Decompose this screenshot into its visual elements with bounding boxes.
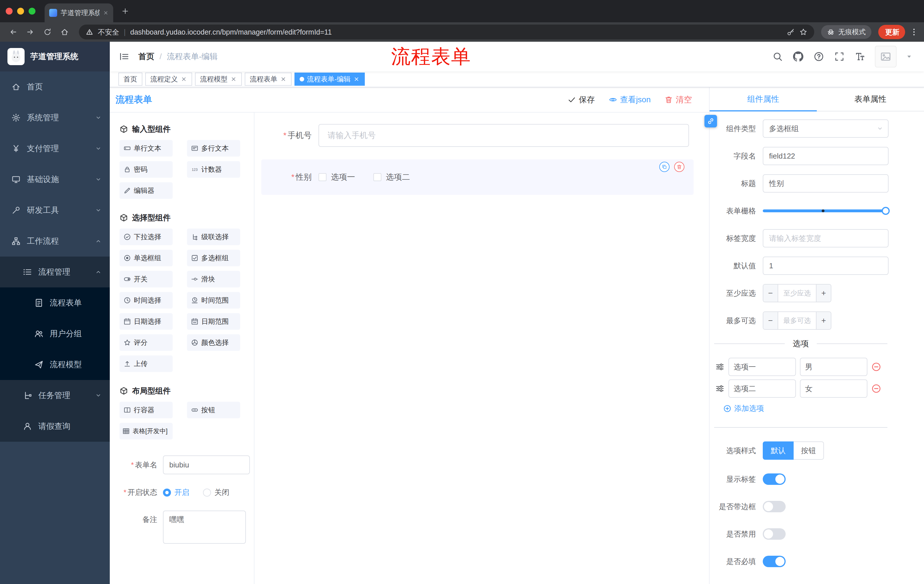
remove-option-button[interactable] [871,384,881,393]
component-multi-line-text[interactable]: 多行文本 [187,140,240,156]
search-button[interactable] [772,51,783,62]
component-counter[interactable]: 计数器 [187,161,240,178]
component-type-select[interactable]: 多选框组 [763,119,889,138]
default-value-input[interactable] [763,257,889,275]
tag-process-form[interactable]: 流程表单 [245,72,292,86]
slider-track[interactable] [763,209,889,212]
option1-label-input[interactable] [728,358,796,376]
component-rate[interactable]: 评分 [119,334,173,351]
increase-button[interactable]: + [816,285,831,302]
sidebar-item-system[interactable]: 系统管理 [0,102,110,133]
duplicate-field-button[interactable] [659,162,670,172]
browser-home-button[interactable] [57,25,72,39]
view-json-button[interactable]: 查看json [609,94,651,105]
save-button[interactable]: 保存 [568,94,595,105]
sidebar-item-infrastructure[interactable]: 基础设施 [0,164,110,195]
avatar-caret-icon[interactable] [906,53,912,60]
window-close-button[interactable] [6,8,13,15]
label-width-input[interactable] [763,229,889,247]
breadcrumb-home[interactable]: 首页 [139,51,154,62]
min-count-placeholder[interactable]: 至少应选 [778,285,816,302]
sidebar-item-payment[interactable]: 支付管理 [0,133,110,164]
form-name-input[interactable] [163,456,250,474]
component-single-line-text[interactable]: 单行文本 [119,140,173,156]
bookmark-star-icon[interactable] [799,28,807,36]
tab-component-props[interactable]: 组件属性 [710,87,817,111]
component-select[interactable]: 下拉选择 [119,229,173,245]
component-switch[interactable]: 开关 [119,271,173,288]
app-logo[interactable]: 芋道管理系统 [0,42,110,71]
browser-menu-icon[interactable] [910,28,918,36]
phone-input[interactable] [318,124,689,147]
component-time-picker[interactable]: 时间选择 [119,292,173,309]
component-password[interactable]: 密码 [119,161,173,178]
component-upload[interactable]: 上传 [119,355,173,372]
component-time-range[interactable]: 时间范围 [187,292,240,309]
gender-checkbox-option2[interactable]: 选项二 [373,172,410,183]
max-count-placeholder[interactable]: 最多可选 [778,312,816,329]
form-canvas[interactable]: *手机号 *性别 选项一 选项二 [254,113,709,584]
sidebar-toggle-button[interactable] [110,42,139,71]
tab-close-icon[interactable] [103,10,109,16]
sidebar-item-home[interactable]: 首页 [0,71,110,102]
window-minimize-button[interactable] [17,8,24,15]
gender-checkbox-option1[interactable]: 选项一 [318,172,355,183]
field-name-input[interactable] [763,147,889,165]
sidebar-item-leave-query[interactable]: 请假查询 [0,411,110,442]
component-cascader[interactable]: 级联选择 [187,229,240,245]
address-bar[interactable]: 不安全 | dashboard.yudao.iocoder.cn/bpm/man… [79,25,814,39]
user-avatar[interactable] [875,46,896,67]
remove-option-button[interactable] [871,362,881,372]
window-zoom-button[interactable] [29,8,35,15]
new-tab-button[interactable] [118,4,133,18]
component-table-wip[interactable]: 表格[开发中] [119,423,173,439]
required-switch[interactable] [763,556,785,567]
form-remark-textarea[interactable]: 嘿嘿 [163,511,246,544]
sidebar-item-workflow[interactable]: 工作流程 [0,226,110,257]
title-input[interactable] [763,174,889,192]
show-label-switch[interactable] [763,474,785,485]
tag-close-icon[interactable] [231,76,237,82]
tag-process-model[interactable]: 流程模型 [195,72,242,86]
component-slider[interactable]: 滑块 [187,271,240,288]
security-label[interactable]: 不安全 [98,28,119,37]
disabled-switch[interactable] [763,528,785,540]
clear-button[interactable]: 清空 [664,94,692,105]
border-switch[interactable] [763,501,785,512]
password-key-icon[interactable] [787,28,795,36]
grid-slider[interactable] [763,202,889,220]
component-color-picker[interactable]: 颜色选择 [187,334,240,351]
canvas-field-gender[interactable]: *性别 选项一 选项二 [261,160,693,195]
browser-tab[interactable]: 芋道管理系统 [45,3,113,22]
page-url[interactable]: dashboard.yudao.iocoder.cn/bpm/manager/f… [130,28,782,36]
browser-update-button[interactable]: 更新 [878,25,905,39]
add-option-button[interactable]: 添加选项 [723,403,924,413]
sidebar-item-user-group[interactable]: 用户分组 [0,318,110,349]
tab-form-props[interactable]: 表单属性 [817,87,924,111]
component-editor[interactable]: 编辑器 [119,182,173,199]
browser-back-button[interactable] [6,25,21,39]
browser-forward-button[interactable] [23,25,38,39]
style-button-button[interactable]: 按钮 [794,441,824,460]
style-default-button[interactable]: 默认 [763,441,794,460]
sidebar-item-process-form[interactable]: 流程表单 [0,288,110,318]
sidebar-item-task-management[interactable]: 任务管理 [0,380,110,411]
sidebar-item-process-management[interactable]: 流程管理 [0,257,110,288]
option1-value-input[interactable] [800,358,867,376]
slider-handle[interactable] [882,207,890,215]
component-date-picker[interactable]: 日期选择 [119,313,173,330]
decrease-button[interactable]: − [763,312,778,329]
option2-value-input[interactable] [800,380,867,398]
github-button[interactable] [792,51,804,62]
component-checkbox-group[interactable]: 多选框组 [187,250,240,266]
delete-field-button[interactable] [674,162,685,172]
tag-close-icon[interactable] [353,76,360,82]
fullscreen-button[interactable] [834,51,845,62]
status-radio-on[interactable]: 开启 [163,487,189,497]
component-row-container[interactable]: 行容器 [119,402,173,418]
font-size-button[interactable] [854,51,866,62]
tag-close-icon[interactable] [181,76,187,82]
tag-close-icon[interactable] [280,76,287,82]
canvas-field-phone[interactable]: *手机号 [261,124,689,147]
status-radio-off[interactable]: 关闭 [203,487,229,497]
